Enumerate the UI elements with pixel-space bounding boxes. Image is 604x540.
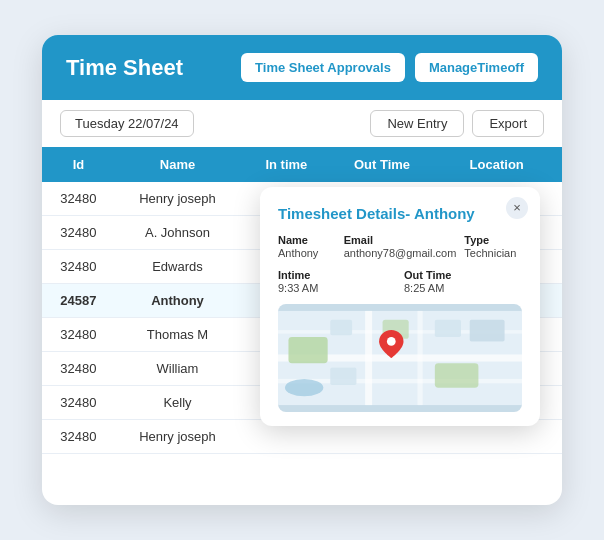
modal-close-button[interactable]: × [506,197,528,219]
manage-timeoff-button[interactable]: ManageTimeoff [415,53,538,82]
svg-rect-7 [435,363,479,387]
cell-id: 32480 [42,216,115,250]
new-entry-button[interactable]: New Entry [370,110,464,137]
modal-outtime-field: Out Time 8:25 AM [404,269,522,294]
header-buttons: Time Sheet Approvals ManageTimeoff [241,53,538,82]
svg-rect-9 [330,319,352,335]
svg-rect-2 [365,310,372,404]
modal-email-field: Email anthony78@gmail.com [344,234,457,259]
cell-id: 32480 [42,352,115,386]
modal-fields-row1: Name Anthony Email anthony78@gmail.com T… [278,234,522,259]
modal-name-field: Name Anthony [278,234,336,259]
toolbar-right: New Entry Export [370,110,544,137]
svg-rect-10 [435,319,461,336]
col-location: Location [431,147,562,182]
cell-name: William [115,352,240,386]
map-view[interactable] [278,304,522,412]
cell-name: Thomas M [115,318,240,352]
cell-id: 24587 [42,284,115,318]
col-name: Name [115,147,240,182]
col-intime: In time [240,147,333,182]
col-id: Id [42,147,115,182]
cell-id: 32480 [42,318,115,352]
cell-name: A. Johnson [115,216,240,250]
modal-title: Timesheet Details- Anthony [278,205,522,222]
timesheet-approvals-button[interactable]: Time Sheet Approvals [241,53,405,82]
svg-point-15 [387,337,396,346]
modal-intime-field: Intime 9:33 AM [278,269,396,294]
svg-rect-12 [470,319,505,341]
table-header-row: Id Name In time Out Time Location [42,147,562,182]
cell-id: 32480 [42,182,115,216]
date-display: Tuesday 22/07/24 [60,110,194,137]
map-svg [278,304,522,412]
main-card: Time Sheet Time Sheet Approvals ManageTi… [42,35,562,505]
svg-rect-11 [330,367,356,384]
cell-name: Henry joseph [115,420,240,454]
modal-type-field: Type Technician [464,234,522,259]
cell-name: Kelly [115,386,240,420]
svg-point-13 [285,378,323,395]
toolbar: Tuesday 22/07/24 New Entry Export [42,100,562,147]
cell-name: Edwards [115,250,240,284]
cell-name: Anthony [115,284,240,318]
page-title: Time Sheet [66,55,183,81]
modal-fields-row2: Intime 9:33 AM Out Time 8:25 AM [278,269,522,294]
cell-id: 32480 [42,250,115,284]
svg-rect-3 [417,310,422,404]
export-button[interactable]: Export [472,110,544,137]
svg-rect-6 [288,337,327,363]
cell-id: 32480 [42,420,115,454]
col-outtime: Out Time [333,147,432,182]
cell-id: 32480 [42,386,115,420]
cell-name: Henry joseph [115,182,240,216]
timesheet-details-modal: × Timesheet Details- Anthony Name Anthon… [260,187,540,426]
card-header: Time Sheet Time Sheet Approvals ManageTi… [42,35,562,100]
